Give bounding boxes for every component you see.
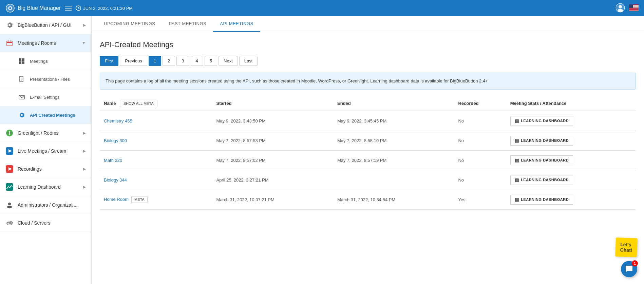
meeting-name-link[interactable]: Biology 344 bbox=[104, 177, 127, 183]
learning-dashboard-button[interactable]: ▤ LEARNING DASHBOARD bbox=[510, 195, 573, 205]
tab-upcoming[interactable]: UPCOMING MEETINGS bbox=[97, 16, 162, 32]
meeting-started: May 7, 2022, 8:57:02 PM bbox=[212, 150, 333, 170]
meeting-recorded: No bbox=[454, 111, 506, 131]
meeting-name-link[interactable]: Home Room bbox=[104, 197, 129, 202]
meeting-name-link[interactable]: Chemistry 455 bbox=[104, 118, 132, 124]
svg-rect-16 bbox=[7, 41, 12, 46]
content-area: UPCOMING MEETINGS PAST MEETINGS API MEET… bbox=[92, 16, 644, 284]
meeting-name-cell: Math 220 bbox=[100, 150, 212, 170]
sidebar-item-greenlight[interactable]: Greenlight / Rooms ▶ bbox=[0, 124, 91, 142]
gear2-icon bbox=[18, 111, 26, 119]
learning-dashboard-button[interactable]: ▤ LEARNING DASHBOARD bbox=[510, 155, 573, 165]
sidebar-label-cloud-servers: Cloud / Servers bbox=[18, 220, 50, 226]
bar-chart-icon: ▤ bbox=[515, 138, 519, 143]
clock-icon bbox=[76, 5, 81, 11]
play-icon bbox=[5, 147, 14, 155]
meeting-name-link[interactable]: Math 220 bbox=[104, 158, 122, 163]
pagination: First Previous 1 2 3 4 5 Next Last bbox=[100, 56, 636, 66]
svg-point-8 bbox=[618, 9, 623, 12]
meeting-started: April 25, 2022, 3:27:21 PM bbox=[212, 170, 333, 190]
tab-api[interactable]: API MEETINGS bbox=[213, 16, 260, 32]
chat-icon bbox=[625, 265, 633, 273]
sidebar-item-recordings[interactable]: Recordings ▶ bbox=[0, 160, 91, 178]
sidebar-item-meetings-rooms[interactable]: Meetings / Rooms ▼ bbox=[0, 34, 91, 52]
svg-line-5 bbox=[78, 8, 79, 9]
sidebar-item-learning-dashboard[interactable]: Learning Dashboard ▶ bbox=[0, 178, 91, 196]
col-name: Name SHOW ALL META bbox=[100, 96, 212, 111]
bar-chart-icon: ▤ bbox=[515, 197, 519, 202]
sticky-line1: Let's bbox=[620, 242, 631, 247]
svg-point-37 bbox=[8, 203, 11, 205]
topbar-right bbox=[615, 3, 639, 14]
sidebar-item-email[interactable]: E-mail Settings bbox=[0, 88, 91, 106]
logo-icon bbox=[5, 3, 15, 13]
meta-button[interactable]: META bbox=[131, 196, 148, 203]
sidebar-label-meetings: Meetings bbox=[30, 59, 48, 64]
sidebar-item-meetings[interactable]: Meetings bbox=[0, 52, 91, 70]
flag-icon[interactable] bbox=[629, 4, 639, 12]
meeting-ended: May 7, 2022, 8:58:10 PM bbox=[333, 131, 454, 150]
hamburger-menu[interactable] bbox=[65, 6, 72, 11]
sidebar-label-administrators: Administrators / Organizati... bbox=[18, 202, 78, 208]
svg-point-38 bbox=[7, 206, 12, 208]
flag-svg bbox=[629, 4, 639, 11]
sidebar-item-administrators[interactable]: Administrators / Organizati... bbox=[0, 196, 91, 214]
meeting-name-link[interactable]: Biology 300 bbox=[104, 138, 127, 143]
page-2-button[interactable]: 2 bbox=[163, 56, 175, 66]
meeting-recorded: No bbox=[454, 131, 506, 150]
sidebar-label-email: E-mail Settings bbox=[30, 95, 59, 100]
meeting-recorded: No bbox=[454, 150, 506, 170]
sidebar-item-presentations[interactable]: Presentations / Files bbox=[0, 70, 91, 88]
meeting-recorded: No bbox=[454, 170, 506, 190]
sidebar-item-api-meetings[interactable]: API Created Meetings bbox=[0, 106, 91, 124]
col-stats: Meeting Stats / Attendance bbox=[506, 96, 636, 111]
tabs-bar: UPCOMING MEETINGS PAST MEETINGS API MEET… bbox=[92, 16, 644, 32]
meeting-recorded: Yes bbox=[454, 190, 506, 209]
topbar-left: Big Blue Manager JUN 2, 2022, 6:21:30 PM bbox=[5, 3, 133, 13]
show-all-meta-button[interactable]: SHOW ALL META bbox=[120, 100, 157, 107]
user-avatar-icon[interactable] bbox=[615, 3, 625, 14]
page-4-button[interactable]: 4 bbox=[191, 56, 203, 66]
sticky-note[interactable]: Let's Chat! bbox=[615, 238, 638, 257]
sidebar-label-bigbluebutton: BigBlueButton / API / GUI bbox=[18, 22, 72, 28]
sidebar-label-live-meetings: Live Meetings / Stream bbox=[18, 148, 66, 154]
meeting-started: May 7, 2022, 8:57:53 PM bbox=[212, 131, 333, 150]
page-1-button[interactable]: 1 bbox=[149, 56, 161, 66]
col-ended: Ended bbox=[333, 96, 454, 111]
sidebar-label-recordings: Recordings bbox=[18, 166, 42, 172]
meetings-table: Name SHOW ALL META Started Ended Recorde… bbox=[100, 96, 636, 210]
record-icon bbox=[5, 165, 14, 173]
last-page-button[interactable]: Last bbox=[239, 56, 258, 66]
sidebar-item-cloud-servers[interactable]: Cloud / Servers bbox=[0, 214, 91, 232]
page-3-button[interactable]: 3 bbox=[176, 56, 189, 66]
meeting-ended: May 9, 2022, 3:45:45 PM bbox=[333, 111, 454, 131]
previous-page-button[interactable]: Previous bbox=[120, 56, 147, 66]
chat-badge: 1 bbox=[632, 260, 638, 266]
email-icon bbox=[18, 93, 26, 101]
cloud-icon bbox=[5, 219, 14, 227]
calendar-icon bbox=[5, 39, 14, 47]
meeting-started: March 31, 2022, 10:07:21 PM bbox=[212, 190, 333, 209]
meeting-started: May 9, 2022, 3:43:50 PM bbox=[212, 111, 333, 131]
svg-rect-20 bbox=[19, 58, 21, 61]
next-page-button[interactable]: Next bbox=[219, 56, 238, 66]
bar-chart-icon: ▤ bbox=[515, 158, 519, 163]
sidebar-item-bigbluebutton[interactable]: BigBlueButton / API / GUI ▶ bbox=[0, 16, 91, 34]
page-5-button[interactable]: 5 bbox=[205, 56, 217, 66]
meeting-stats-cell: ▤ LEARNING DASHBOARD bbox=[506, 131, 636, 150]
sidebar-label-meetings-rooms: Meetings / Rooms bbox=[18, 40, 56, 46]
svg-rect-21 bbox=[22, 58, 24, 61]
svg-rect-23 bbox=[22, 61, 24, 64]
tab-past[interactable]: PAST MEETINGS bbox=[162, 16, 213, 32]
table-row: Chemistry 455May 9, 2022, 3:43:50 PMMay … bbox=[100, 111, 636, 131]
learning-dashboard-button[interactable]: ▤ LEARNING DASHBOARD bbox=[510, 116, 573, 126]
svg-point-7 bbox=[619, 5, 622, 8]
sidebar-item-live-meetings[interactable]: Live Meetings / Stream ▶ bbox=[0, 142, 91, 160]
first-page-button[interactable]: First bbox=[100, 56, 118, 66]
chat-fab-button[interactable]: 1 bbox=[621, 261, 637, 277]
learning-dashboard-button[interactable]: ▤ LEARNING DASHBOARD bbox=[510, 136, 573, 146]
table-row: Math 220May 7, 2022, 8:57:02 PMMay 7, 20… bbox=[100, 150, 636, 170]
chevron-right-icon3: ▶ bbox=[83, 149, 86, 153]
chevron-right-icon5: ▶ bbox=[83, 185, 86, 189]
learning-dashboard-button[interactable]: ▤ LEARNING DASHBOARD bbox=[510, 175, 573, 185]
